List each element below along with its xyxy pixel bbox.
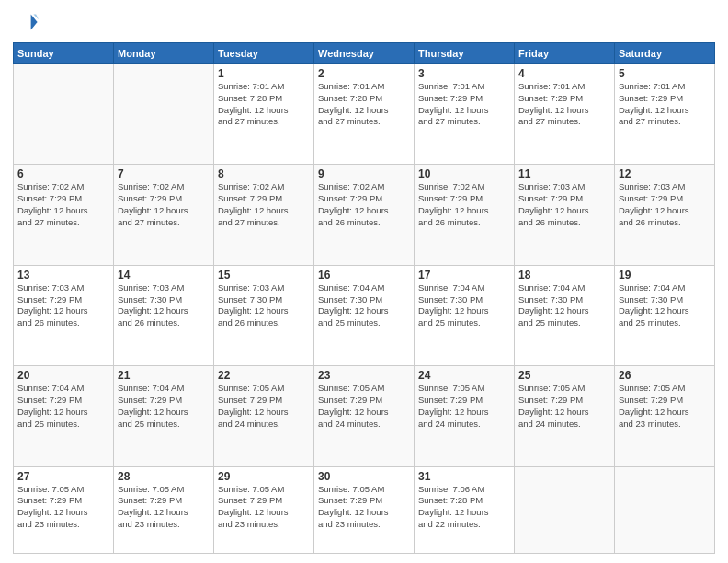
day-cell: 29Sunrise: 7:05 AM Sunset: 7:29 PM Dayli… [214, 466, 314, 554]
weekday-friday: Friday [515, 43, 615, 64]
day-number: 30 [318, 470, 410, 483]
day-number: 22 [218, 369, 310, 382]
day-number: 12 [619, 167, 711, 180]
day-detail: Sunrise: 7:05 AM Sunset: 7:29 PM Dayligh… [17, 484, 109, 531]
day-number: 10 [418, 167, 510, 180]
day-number: 5 [619, 67, 711, 80]
logo [13, 9, 40, 35]
day-cell: 31Sunrise: 7:06 AM Sunset: 7:28 PM Dayli… [415, 466, 515, 554]
day-cell: 11Sunrise: 7:03 AM Sunset: 7:29 PM Dayli… [515, 165, 615, 265]
day-detail: Sunrise: 7:01 AM Sunset: 7:29 PM Dayligh… [619, 81, 711, 128]
day-cell: 23Sunrise: 7:05 AM Sunset: 7:29 PM Dayli… [314, 366, 415, 466]
day-cell: 15Sunrise: 7:03 AM Sunset: 7:30 PM Dayli… [214, 265, 314, 365]
day-number: 11 [518, 167, 610, 180]
day-number: 28 [118, 470, 210, 483]
day-cell: 27Sunrise: 7:05 AM Sunset: 7:29 PM Dayli… [14, 466, 114, 554]
day-detail: Sunrise: 7:05 AM Sunset: 7:29 PM Dayligh… [118, 484, 210, 531]
day-cell: 2Sunrise: 7:01 AM Sunset: 7:28 PM Daylig… [314, 64, 415, 165]
day-cell: 13Sunrise: 7:03 AM Sunset: 7:29 PM Dayli… [14, 265, 114, 365]
day-number: 26 [619, 369, 711, 382]
day-cell: 24Sunrise: 7:05 AM Sunset: 7:29 PM Dayli… [415, 366, 515, 466]
day-cell: 5Sunrise: 7:01 AM Sunset: 7:29 PM Daylig… [615, 64, 715, 165]
day-number: 18 [518, 269, 610, 282]
day-detail: Sunrise: 7:04 AM Sunset: 7:30 PM Dayligh… [619, 282, 711, 329]
day-detail: Sunrise: 7:03 AM Sunset: 7:30 PM Dayligh… [118, 282, 210, 329]
day-detail: Sunrise: 7:02 AM Sunset: 7:29 PM Dayligh… [218, 181, 310, 228]
day-number: 2 [318, 67, 410, 80]
week-row-5: 27Sunrise: 7:05 AM Sunset: 7:29 PM Dayli… [14, 466, 715, 554]
day-number: 4 [518, 67, 610, 80]
day-number: 15 [218, 269, 310, 282]
day-number: 23 [318, 369, 410, 382]
day-detail: Sunrise: 7:02 AM Sunset: 7:29 PM Dayligh… [118, 181, 210, 228]
day-cell: 9Sunrise: 7:02 AM Sunset: 7:29 PM Daylig… [314, 165, 415, 265]
calendar-body: 1Sunrise: 7:01 AM Sunset: 7:28 PM Daylig… [14, 64, 715, 554]
day-detail: Sunrise: 7:05 AM Sunset: 7:29 PM Dayligh… [218, 484, 310, 531]
day-number: 1 [218, 67, 310, 80]
day-detail: Sunrise: 7:05 AM Sunset: 7:29 PM Dayligh… [318, 383, 410, 430]
page: SundayMondayTuesdayWednesdayThursdayFrid… [0, 0, 728, 563]
week-row-4: 20Sunrise: 7:04 AM Sunset: 7:29 PM Dayli… [14, 366, 715, 466]
day-cell: 10Sunrise: 7:02 AM Sunset: 7:29 PM Dayli… [415, 165, 515, 265]
day-detail: Sunrise: 7:04 AM Sunset: 7:29 PM Dayligh… [17, 383, 109, 430]
calendar-table: SundayMondayTuesdayWednesdayThursdayFrid… [13, 42, 715, 554]
day-number: 17 [418, 269, 510, 282]
week-row-2: 6Sunrise: 7:02 AM Sunset: 7:29 PM Daylig… [14, 165, 715, 265]
day-number: 14 [118, 269, 210, 282]
day-cell: 28Sunrise: 7:05 AM Sunset: 7:29 PM Dayli… [114, 466, 214, 554]
day-cell: 21Sunrise: 7:04 AM Sunset: 7:29 PM Dayli… [114, 366, 214, 466]
day-detail: Sunrise: 7:01 AM Sunset: 7:28 PM Dayligh… [318, 81, 410, 128]
day-detail: Sunrise: 7:03 AM Sunset: 7:30 PM Dayligh… [218, 282, 310, 329]
day-number: 29 [218, 470, 310, 483]
day-detail: Sunrise: 7:03 AM Sunset: 7:29 PM Dayligh… [518, 181, 610, 228]
day-cell: 14Sunrise: 7:03 AM Sunset: 7:30 PM Dayli… [114, 265, 214, 365]
day-number: 19 [619, 269, 711, 282]
day-detail: Sunrise: 7:05 AM Sunset: 7:29 PM Dayligh… [518, 383, 610, 430]
day-cell: 17Sunrise: 7:04 AM Sunset: 7:30 PM Dayli… [415, 265, 515, 365]
day-cell: 7Sunrise: 7:02 AM Sunset: 7:29 PM Daylig… [114, 165, 214, 265]
weekday-saturday: Saturday [615, 43, 715, 64]
weekday-wednesday: Wednesday [314, 43, 415, 64]
weekday-monday: Monday [114, 43, 214, 64]
day-detail: Sunrise: 7:02 AM Sunset: 7:29 PM Dayligh… [17, 181, 109, 228]
day-cell: 30Sunrise: 7:05 AM Sunset: 7:29 PM Dayli… [314, 466, 415, 554]
day-detail: Sunrise: 7:05 AM Sunset: 7:29 PM Dayligh… [418, 383, 510, 430]
day-cell: 1Sunrise: 7:01 AM Sunset: 7:28 PM Daylig… [214, 64, 314, 165]
day-detail: Sunrise: 7:04 AM Sunset: 7:30 PM Dayligh… [518, 282, 610, 329]
day-detail: Sunrise: 7:02 AM Sunset: 7:29 PM Dayligh… [418, 181, 510, 228]
day-cell: 3Sunrise: 7:01 AM Sunset: 7:29 PM Daylig… [415, 64, 515, 165]
day-cell: 18Sunrise: 7:04 AM Sunset: 7:30 PM Dayli… [515, 265, 615, 365]
day-cell: 19Sunrise: 7:04 AM Sunset: 7:30 PM Dayli… [615, 265, 715, 365]
day-cell: 20Sunrise: 7:04 AM Sunset: 7:29 PM Dayli… [14, 366, 114, 466]
day-cell: 4Sunrise: 7:01 AM Sunset: 7:29 PM Daylig… [515, 64, 615, 165]
day-number: 6 [17, 167, 109, 180]
day-detail: Sunrise: 7:04 AM Sunset: 7:29 PM Dayligh… [118, 383, 210, 430]
day-number: 25 [518, 369, 610, 382]
header [13, 9, 715, 35]
day-number: 8 [218, 167, 310, 180]
weekday-tuesday: Tuesday [214, 43, 314, 64]
week-row-3: 13Sunrise: 7:03 AM Sunset: 7:29 PM Dayli… [14, 265, 715, 365]
logo-icon [13, 9, 39, 35]
day-number: 27 [17, 470, 109, 483]
day-detail: Sunrise: 7:05 AM Sunset: 7:29 PM Dayligh… [619, 383, 711, 430]
day-detail: Sunrise: 7:03 AM Sunset: 7:29 PM Dayligh… [619, 181, 711, 228]
day-cell [114, 64, 214, 165]
day-detail: Sunrise: 7:04 AM Sunset: 7:30 PM Dayligh… [318, 282, 410, 329]
day-number: 20 [17, 369, 109, 382]
day-number: 16 [318, 269, 410, 282]
day-detail: Sunrise: 7:03 AM Sunset: 7:29 PM Dayligh… [17, 282, 109, 329]
day-cell: 12Sunrise: 7:03 AM Sunset: 7:29 PM Dayli… [615, 165, 715, 265]
weekday-sunday: Sunday [14, 43, 114, 64]
day-cell: 22Sunrise: 7:05 AM Sunset: 7:29 PM Dayli… [214, 366, 314, 466]
day-detail: Sunrise: 7:01 AM Sunset: 7:29 PM Dayligh… [418, 81, 510, 128]
day-cell: 16Sunrise: 7:04 AM Sunset: 7:30 PM Dayli… [314, 265, 415, 365]
calendar-header: SundayMondayTuesdayWednesdayThursdayFrid… [14, 43, 715, 64]
day-detail: Sunrise: 7:01 AM Sunset: 7:29 PM Dayligh… [518, 81, 610, 128]
day-detail: Sunrise: 7:05 AM Sunset: 7:29 PM Dayligh… [318, 484, 410, 531]
week-row-1: 1Sunrise: 7:01 AM Sunset: 7:28 PM Daylig… [14, 64, 715, 165]
day-detail: Sunrise: 7:06 AM Sunset: 7:28 PM Dayligh… [418, 484, 510, 531]
day-number: 31 [418, 470, 510, 483]
day-detail: Sunrise: 7:05 AM Sunset: 7:29 PM Dayligh… [218, 383, 310, 430]
day-number: 7 [118, 167, 210, 180]
